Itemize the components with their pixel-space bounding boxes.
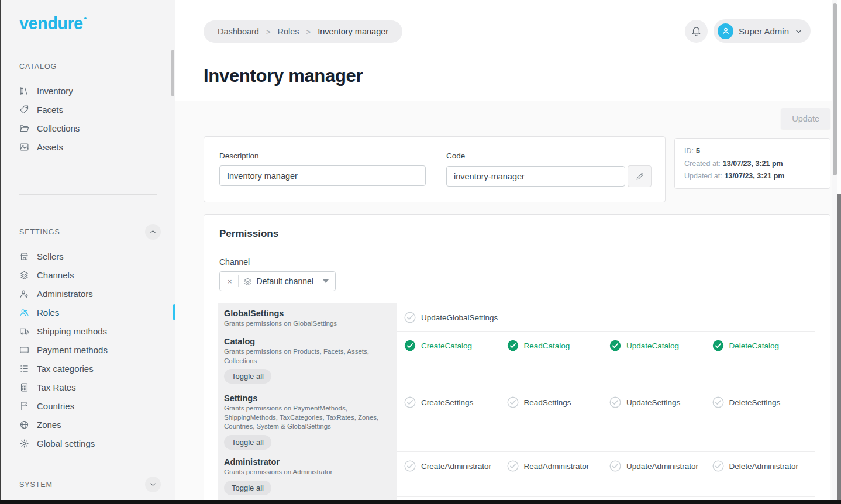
sidebar-item-tax-rates[interactable]: Tax Rates [0, 378, 175, 396]
collapse-system-button[interactable] [145, 477, 161, 492]
sidebar-item-sellers[interactable]: Sellers [0, 247, 175, 265]
permission-updatesettings[interactable]: UpdateSettings [609, 396, 712, 408]
permission-updateadministrator[interactable]: UpdateAdministrator [609, 460, 712, 472]
permission-deleteadministrator[interactable]: DeleteAdministrator [712, 460, 815, 472]
breadcrumb-separator: > [306, 27, 311, 36]
user-icon [721, 26, 730, 36]
channel-select[interactable]: × Default channel [219, 271, 336, 291]
code-input[interactable] [446, 166, 625, 187]
permission-label: CreateAdministrator [421, 462, 491, 471]
sidebar-item-label: Payment methods [37, 345, 108, 355]
sidebar-item-tax-categories[interactable]: Tax categories [0, 359, 175, 378]
permission-deletecatalog[interactable]: DeleteCatalog [712, 340, 815, 351]
permission-readsettings[interactable]: ReadSettings [507, 396, 610, 408]
window-scrollbar-thumb[interactable] [837, 194, 841, 500]
permission-label: CreateCatalog [421, 341, 472, 350]
window-scrollbar-track[interactable] [837, 0, 841, 504]
permission-readcatalog[interactable]: ReadCatalog [507, 340, 610, 351]
sidebar-scrollbar-thumb[interactable] [171, 50, 174, 96]
sidebar-item-label: Channels [37, 270, 74, 280]
permission-group-items: CreateAdministratorReadAdministratorUpda… [397, 452, 815, 497]
permission-group-info: CatalogGrants permissions on Products, F… [218, 332, 397, 388]
sidebar-item-inventory[interactable]: Inventory [0, 81, 175, 100]
permission-label: DeleteSettings [729, 398, 781, 407]
breadcrumb-roles[interactable]: Roles [278, 27, 299, 36]
section-label-system: SYSTEM [19, 481, 53, 489]
checkbox-unchecked-icon [404, 312, 416, 323]
sidebar-item-payment-methods[interactable]: Payment methods [0, 340, 175, 359]
shipping-methods-icon [19, 326, 29, 336]
tax-rates-icon [19, 382, 29, 392]
permission-label: DeleteAdministrator [729, 462, 799, 471]
permission-updateglobalsettings[interactable]: UpdateGlobalSettings [404, 312, 507, 323]
permission-label: ReadAdministrator [524, 462, 590, 471]
permission-updatecatalog[interactable]: UpdateCatalog [609, 340, 712, 351]
nav-section-catalog: CATALOGInventoryFacetsCollectionsAssets [0, 58, 175, 156]
notifications-button[interactable] [685, 20, 708, 43]
entity-updated-row: Updated at:13/07/23, 3:21 pm [684, 170, 821, 183]
permissions-table: GlobalSettingsGrants permissions on Glob… [218, 303, 815, 504]
toggle-all-catalog-button[interactable]: Toggle all [224, 369, 271, 384]
permission-group-info: GlobalSettingsGrants permissions on Glob… [218, 303, 397, 332]
sidebar-item-collections[interactable]: Collections [0, 119, 175, 137]
logo-dot [84, 17, 87, 19]
edit-code-button[interactable] [628, 165, 652, 187]
sidebar-item-label: Facets [37, 105, 63, 115]
assets-icon [19, 142, 29, 152]
entity-created-row: Created at:13/07/23, 3:21 pm [684, 158, 821, 171]
chevron-down-icon [149, 481, 157, 488]
permission-label: UpdateSettings [626, 398, 680, 407]
sidebar-item-label: Collections [37, 123, 80, 133]
sidebar-item-shipping-methods[interactable]: Shipping methods [0, 322, 175, 340]
permission-readadministrator[interactable]: ReadAdministrator [507, 460, 610, 472]
user-menu[interactable]: Super Admin [714, 19, 811, 43]
checkbox-unchecked-icon [507, 396, 519, 408]
sidebar-item-roles[interactable]: Roles [0, 303, 175, 322]
tax-categories-icon [19, 364, 29, 374]
main-scrollbar-thumb[interactable] [833, 3, 837, 175]
sidebar-item-global-settings[interactable]: Global settings [0, 434, 175, 453]
permission-group-items: CreateCatalogReadCatalogUpdateCatalogDel… [397, 332, 815, 388]
main-scrollbar-track[interactable] [832, 0, 837, 504]
zones-icon [19, 420, 29, 430]
permission-label: ReadSettings [524, 398, 571, 407]
description-input[interactable] [219, 165, 426, 186]
sidebar-item-assets[interactable]: Assets [0, 137, 175, 156]
checkbox-unchecked-icon [712, 396, 724, 408]
channel-value: Default channel [257, 277, 313, 286]
toggle-all-settings-button[interactable]: Toggle all [224, 435, 271, 450]
countries-icon [19, 401, 29, 411]
permission-createcatalog[interactable]: CreateCatalog [404, 340, 507, 351]
sidebar-item-channels[interactable]: Channels [0, 265, 175, 284]
id-value: 5 [696, 147, 700, 155]
update-button[interactable]: Update [781, 108, 830, 129]
permission-group-description: Grants permissions on Products, Facets, … [224, 347, 389, 365]
sellers-icon [19, 251, 29, 261]
permission-deletesettings[interactable]: DeleteSettings [712, 396, 815, 408]
remove-channel-button[interactable]: × [226, 277, 233, 286]
channels-icon [243, 277, 252, 286]
sidebar-item-label: Tax Rates [37, 382, 76, 392]
permission-createsettings[interactable]: CreateSettings [404, 396, 507, 408]
permission-group-items: CreateSettingsReadSettingsUpdateSettings… [397, 388, 815, 452]
sidebar-item-countries[interactable]: Countries [0, 396, 175, 415]
updated-at-label: Updated at: [684, 172, 722, 180]
permission-group-catalog: CatalogGrants permissions on Products, F… [218, 332, 815, 388]
vendure-logo[interactable]: vendure [19, 14, 87, 33]
sidebar-divider [0, 461, 175, 461]
permission-label: UpdateCatalog [626, 341, 679, 350]
window-left-edge [0, 0, 1, 504]
permission-group-administrator: AdministratorGrants permissions on Admin… [218, 452, 815, 497]
sidebar-item-zones[interactable]: Zones [0, 415, 175, 434]
sidebar-item-facets[interactable]: Facets [0, 100, 175, 119]
permission-createadministrator[interactable]: CreateAdministrator [404, 460, 507, 472]
checkbox-checked-icon [712, 340, 724, 351]
entity-id-row: ID:5 [684, 145, 821, 158]
breadcrumb-dashboard[interactable]: Dashboard [218, 27, 259, 36]
sidebar-item-label: Inventory [37, 86, 73, 96]
toggle-all-administrator-button[interactable]: Toggle all [224, 481, 271, 495]
checkbox-checked-icon [404, 340, 416, 351]
sidebar-item-administrators[interactable]: Administrators [0, 284, 175, 303]
permission-group-name: Catalog [224, 337, 389, 346]
collapse-settings-button[interactable] [145, 224, 161, 240]
